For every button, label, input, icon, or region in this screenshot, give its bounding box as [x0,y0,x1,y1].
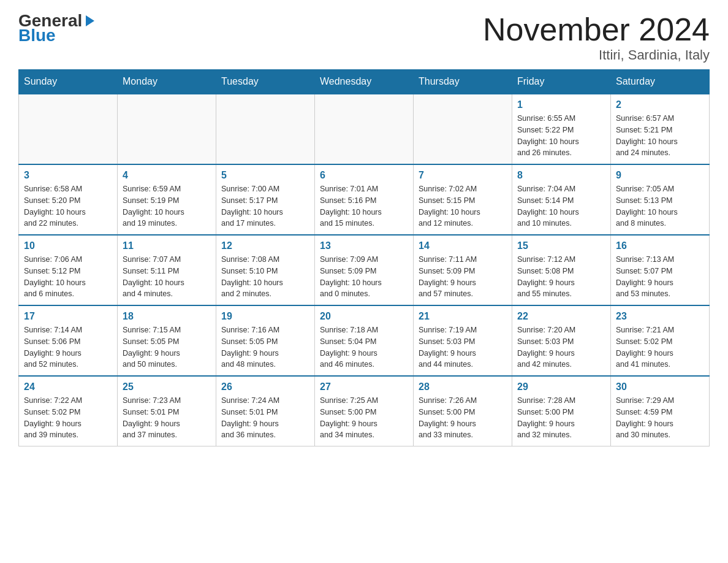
calendar-cell: 8Sunrise: 7:04 AMSunset: 5:14 PMDaylight… [512,164,611,235]
day-number: 30 [616,381,704,393]
calendar-cell: 12Sunrise: 7:08 AMSunset: 5:10 PMDayligh… [216,235,315,305]
weekday-header-row: SundayMondayTuesdayWednesdayThursdayFrid… [19,70,710,94]
day-info: Sunrise: 7:26 AMSunset: 5:00 PMDaylight:… [419,395,507,441]
calendar-cell: 22Sunrise: 7:20 AMSunset: 5:03 PMDayligh… [512,305,611,376]
day-info: Sunrise: 7:02 AMSunset: 5:15 PMDaylight:… [419,183,507,229]
week-row-5: 24Sunrise: 7:22 AMSunset: 5:02 PMDayligh… [19,376,710,446]
calendar-cell: 6Sunrise: 7:01 AMSunset: 5:16 PMDaylight… [315,164,414,235]
calendar-cell [315,94,414,164]
calendar-subtitle: Ittiri, Sardinia, Italy [483,47,710,63]
calendar-cell: 21Sunrise: 7:19 AMSunset: 5:03 PMDayligh… [414,305,512,376]
calendar-cell: 30Sunrise: 7:29 AMSunset: 4:59 PMDayligh… [611,376,710,446]
day-number: 15 [517,240,605,251]
week-row-1: 1Sunrise: 6:55 AMSunset: 5:22 PMDaylight… [19,94,710,164]
day-info: Sunrise: 6:58 AMSunset: 5:20 PMDaylight:… [24,183,112,229]
day-info: Sunrise: 7:18 AMSunset: 5:04 PMDaylight:… [320,324,408,370]
calendar-cell: 14Sunrise: 7:11 AMSunset: 5:09 PMDayligh… [414,235,512,305]
day-info: Sunrise: 7:23 AMSunset: 5:01 PMDaylight:… [123,395,211,441]
day-number: 16 [616,240,704,251]
day-number: 22 [517,311,605,322]
day-info: Sunrise: 6:59 AMSunset: 5:19 PMDaylight:… [123,183,211,229]
week-row-3: 10Sunrise: 7:06 AMSunset: 5:12 PMDayligh… [19,235,710,305]
day-info: Sunrise: 7:13 AMSunset: 5:07 PMDaylight:… [616,254,704,300]
day-info: Sunrise: 7:04 AMSunset: 5:14 PMDaylight:… [517,183,605,229]
calendar-cell: 28Sunrise: 7:26 AMSunset: 5:00 PMDayligh… [414,376,512,446]
logo: General Blue [18,12,97,44]
day-number: 6 [320,170,408,181]
calendar-cell: 25Sunrise: 7:23 AMSunset: 5:01 PMDayligh… [118,376,216,446]
week-row-2: 3Sunrise: 6:58 AMSunset: 5:20 PMDaylight… [19,164,710,235]
day-info: Sunrise: 6:55 AMSunset: 5:22 PMDaylight:… [517,113,605,159]
day-number: 3 [24,170,112,181]
day-number: 27 [320,381,408,393]
day-number: 1 [517,99,605,110]
calendar-cell: 15Sunrise: 7:12 AMSunset: 5:08 PMDayligh… [512,235,611,305]
calendar-cell: 2Sunrise: 6:57 AMSunset: 5:21 PMDaylight… [611,94,710,164]
calendar-cell [216,94,315,164]
calendar-cell: 18Sunrise: 7:15 AMSunset: 5:05 PMDayligh… [118,305,216,376]
day-number: 5 [221,170,309,181]
day-info: Sunrise: 7:07 AMSunset: 5:11 PMDaylight:… [123,254,211,300]
weekday-header-saturday: Saturday [611,70,710,94]
day-info: Sunrise: 7:14 AMSunset: 5:06 PMDaylight:… [24,324,112,370]
day-info: Sunrise: 7:21 AMSunset: 5:02 PMDaylight:… [616,324,704,370]
day-number: 12 [221,240,309,251]
calendar-cell: 4Sunrise: 6:59 AMSunset: 5:19 PMDaylight… [118,164,216,235]
day-number: 9 [616,170,704,181]
day-info: Sunrise: 7:28 AMSunset: 5:00 PMDaylight:… [517,395,605,441]
week-row-4: 17Sunrise: 7:14 AMSunset: 5:06 PMDayligh… [19,305,710,376]
calendar-cell: 1Sunrise: 6:55 AMSunset: 5:22 PMDaylight… [512,94,611,164]
day-info: Sunrise: 7:12 AMSunset: 5:08 PMDaylight:… [517,254,605,300]
day-info: Sunrise: 7:09 AMSunset: 5:09 PMDaylight:… [320,254,408,300]
day-number: 20 [320,311,408,322]
weekday-header-friday: Friday [512,70,611,94]
calendar-cell: 16Sunrise: 7:13 AMSunset: 5:07 PMDayligh… [611,235,710,305]
logo-arrow-icon [83,14,97,28]
day-number: 23 [616,311,704,322]
calendar-cell: 3Sunrise: 6:58 AMSunset: 5:20 PMDaylight… [19,164,118,235]
day-info: Sunrise: 7:25 AMSunset: 5:00 PMDaylight:… [320,395,408,441]
calendar-cell: 23Sunrise: 7:21 AMSunset: 5:02 PMDayligh… [611,305,710,376]
calendar-cell: 11Sunrise: 7:07 AMSunset: 5:11 PMDayligh… [118,235,216,305]
calendar-cell: 24Sunrise: 7:22 AMSunset: 5:02 PMDayligh… [19,376,118,446]
calendar-cell [118,94,216,164]
day-number: 19 [221,311,309,322]
day-info: Sunrise: 7:29 AMSunset: 4:59 PMDaylight:… [616,395,704,441]
calendar-cell: 20Sunrise: 7:18 AMSunset: 5:04 PMDayligh… [315,305,414,376]
weekday-header-tuesday: Tuesday [216,70,315,94]
day-number: 10 [24,240,112,251]
weekday-header-sunday: Sunday [19,70,118,94]
day-number: 2 [616,99,704,110]
weekday-header-wednesday: Wednesday [315,70,414,94]
day-number: 8 [517,170,605,181]
calendar-cell: 29Sunrise: 7:28 AMSunset: 5:00 PMDayligh… [512,376,611,446]
day-info: Sunrise: 7:01 AMSunset: 5:16 PMDaylight:… [320,183,408,229]
day-number: 7 [419,170,507,181]
calendar-cell: 10Sunrise: 7:06 AMSunset: 5:12 PMDayligh… [19,235,118,305]
calendar-title: November 2024 [483,12,710,47]
day-info: Sunrise: 6:57 AMSunset: 5:21 PMDaylight:… [616,113,704,159]
calendar-cell: 17Sunrise: 7:14 AMSunset: 5:06 PMDayligh… [19,305,118,376]
calendar-cell: 7Sunrise: 7:02 AMSunset: 5:15 PMDaylight… [414,164,512,235]
day-number: 14 [419,240,507,251]
title-block: November 2024 Ittiri, Sardinia, Italy [483,12,710,63]
weekday-header-thursday: Thursday [414,70,512,94]
day-number: 13 [320,240,408,251]
day-number: 21 [419,311,507,322]
calendar-cell: 27Sunrise: 7:25 AMSunset: 5:00 PMDayligh… [315,376,414,446]
calendar-cell [19,94,118,164]
day-number: 18 [123,311,211,322]
svg-marker-0 [86,15,94,26]
day-number: 4 [123,170,211,181]
day-number: 24 [24,381,112,393]
calendar-cell: 5Sunrise: 7:00 AMSunset: 5:17 PMDaylight… [216,164,315,235]
calendar-table: SundayMondayTuesdayWednesdayThursdayFrid… [18,69,710,446]
day-number: 17 [24,311,112,322]
calendar-cell: 26Sunrise: 7:24 AMSunset: 5:01 PMDayligh… [216,376,315,446]
day-info: Sunrise: 7:22 AMSunset: 5:02 PMDaylight:… [24,395,112,441]
day-info: Sunrise: 7:20 AMSunset: 5:03 PMDaylight:… [517,324,605,370]
day-number: 25 [123,381,211,393]
calendar-cell: 9Sunrise: 7:05 AMSunset: 5:13 PMDaylight… [611,164,710,235]
calendar-cell [414,94,512,164]
day-number: 11 [123,240,211,251]
